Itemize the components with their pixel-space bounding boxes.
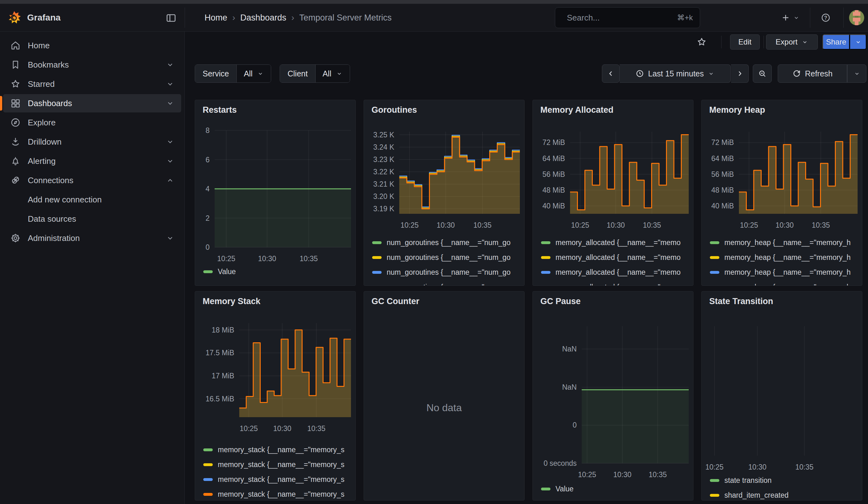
sidebar-item-alerting[interactable]: Alerting — [3, 152, 181, 170]
chevron-down-icon — [166, 61, 174, 69]
svg-text:3.19 K: 3.19 K — [373, 205, 394, 213]
legend-label: memory_stack {__name__="memory_s — [218, 460, 344, 469]
legend-swatch — [372, 256, 382, 259]
legend-item[interactable]: memory_allocated {__name__="memo — [541, 253, 681, 262]
svg-text:?: ? — [824, 15, 827, 21]
sidebar-item-starred[interactable]: Starred — [3, 75, 181, 93]
drilldown-icon — [10, 136, 21, 147]
sidebar-item-dashboards[interactable]: Dashboards — [3, 94, 181, 112]
chart-gc_counter[interactable] — [364, 291, 525, 501]
help-button[interactable]: ? — [817, 11, 834, 25]
sidebar-item-label: Administration — [28, 233, 80, 243]
legend-item[interactable]: memory_heap {__name__="memory_h — [710, 253, 851, 262]
chevron-up-icon — [166, 176, 174, 184]
legend-swatch — [203, 478, 213, 481]
legend-item[interactable]: memory_allocated {__name__="memo — [541, 283, 681, 286]
legend-swatch — [541, 487, 550, 491]
breadcrumb-home[interactable]: Home — [205, 13, 227, 23]
breadcrumb-separator: › — [232, 13, 235, 23]
refresh-interval-button[interactable] — [847, 64, 866, 83]
svg-text:64 MiB: 64 MiB — [711, 154, 734, 163]
sidebar-item-label: Add new connection — [28, 195, 102, 205]
search-box[interactable]: ⌘+k — [555, 7, 700, 28]
sidebar-item-administration[interactable]: Administration — [3, 229, 181, 247]
legend-label: memory_heap {__name__="memory_h — [724, 283, 851, 286]
legend-item[interactable]: num_goroutines {__name__="num_go — [372, 268, 510, 277]
chevron-down-icon — [336, 70, 343, 77]
time-range-picker[interactable]: Last 15 minutes — [620, 64, 731, 83]
new-menu-button[interactable] — [777, 11, 804, 25]
legend-item[interactable]: num_goroutines {__name__="num_go — [372, 283, 510, 286]
legend-swatch — [710, 494, 719, 497]
home-icon — [10, 40, 21, 51]
time-zoom-out-button[interactable] — [753, 64, 772, 83]
legend-item[interactable]: shard_item_created — [710, 491, 788, 500]
refresh-button[interactable]: Refresh — [778, 64, 847, 83]
avatar[interactable] — [849, 10, 864, 25]
sidebar-item-home[interactable]: Home — [3, 36, 181, 55]
legend-item[interactable]: memory_allocated {__name__="memo — [541, 238, 681, 247]
legend-item[interactable]: memory_heap {__name__="memory_h — [710, 238, 851, 247]
chevron-down-icon — [166, 157, 174, 165]
legend-item[interactable]: memory_allocated {__name__="memo — [541, 268, 681, 277]
legend-item[interactable]: memory_stack {__name__="memory_s — [203, 445, 344, 454]
legend-item[interactable]: Value — [203, 267, 236, 276]
refresh-label: Refresh — [805, 69, 833, 78]
filter-value-dropdown[interactable]: All — [315, 65, 350, 82]
sidebar-item-connections[interactable]: Connections — [3, 171, 181, 189]
sidebar-item-label: Drilldown — [28, 137, 62, 147]
panel-goroutines: Goroutines3.19 K3.20 K3.21 K3.22 K3.23 K… — [364, 100, 525, 286]
sidebar-item-label: Data sources — [28, 214, 76, 224]
chart-gc_pause[interactable]: 0 seconds0NaNNaN10:2510:3010:35 — [533, 291, 693, 501]
plus-icon — [781, 13, 790, 22]
sidebar-item-drilldown[interactable]: Drilldown — [3, 133, 181, 151]
svg-text:10:25: 10:25 — [705, 463, 724, 471]
breadcrumb: Home › Dashboards › Temporal Server Metr… — [205, 4, 392, 32]
filter-label: Service — [195, 65, 236, 82]
legend-label: Value — [556, 485, 574, 493]
legend-label: memory_heap {__name__="memory_h — [724, 268, 851, 277]
legend-item[interactable]: num_goroutines {__name__="num_go — [372, 238, 510, 247]
legend-label: memory_allocated {__name__="memo — [556, 283, 681, 286]
svg-text:10:30: 10:30 — [436, 221, 455, 229]
chart-memory_stack[interactable]: 16.5 MiB17 MiB17.5 MiB18 MiB10:2510:3010… — [195, 291, 356, 501]
sidebar-item-explore[interactable]: Explore — [3, 113, 181, 132]
legend-label: shard_item_created — [724, 491, 788, 500]
sidebar-toggle-icon[interactable] — [165, 12, 177, 24]
grafana-logo-icon[interactable] — [7, 10, 21, 25]
svg-text:0: 0 — [206, 243, 209, 251]
svg-text:10:25: 10:25 — [578, 471, 596, 479]
filter-value-dropdown[interactable]: All — [236, 65, 271, 82]
chart-state_transition[interactable]: 10:2510:3010:35 — [702, 291, 862, 501]
refresh-icon — [792, 69, 801, 78]
svg-text:10:35: 10:35 — [812, 221, 830, 229]
sidebar-item-data-sources[interactable]: Data sources — [3, 210, 181, 228]
sidebar-item-label: Explore — [28, 118, 55, 127]
svg-text:2: 2 — [206, 214, 209, 222]
svg-text:3.21 K: 3.21 K — [373, 180, 394, 188]
legend-swatch — [372, 271, 382, 274]
breadcrumb-dashboards[interactable]: Dashboards — [240, 13, 286, 23]
time-range-back-button[interactable] — [602, 64, 620, 83]
chart-restarts[interactable]: 0246810:2510:3010:35 — [195, 100, 356, 286]
svg-text:10:35: 10:35 — [307, 424, 326, 433]
svg-text:64 MiB: 64 MiB — [542, 154, 565, 163]
legend-item[interactable]: num_goroutines {__name__="num_go — [372, 253, 510, 262]
sidebar-item-bookmarks[interactable]: Bookmarks — [3, 55, 181, 74]
legend-item[interactable]: memory_stack {__name__="memory_s — [203, 490, 344, 498]
search-input[interactable] — [567, 13, 673, 23]
chevron-down-icon — [257, 70, 264, 77]
legend-item[interactable]: Value — [541, 485, 574, 493]
dashboards-grid-icon — [10, 98, 21, 109]
legend-item[interactable]: memory_heap {__name__="memory_h — [710, 283, 851, 286]
avatar-pixel-art — [849, 10, 864, 25]
bookmark-icon — [10, 59, 21, 70]
time-range-forward-button[interactable] — [731, 64, 749, 83]
time-range-label: Last 15 minutes — [648, 69, 704, 78]
sidebar-item-add-new-connection[interactable]: Add new connection — [3, 191, 181, 209]
legend-item[interactable]: state transition — [710, 476, 772, 485]
panel-gc_counter: GC CounterNo data — [364, 291, 525, 501]
legend-item[interactable]: memory_heap {__name__="memory_h — [710, 268, 851, 277]
legend-item[interactable]: memory_stack {__name__="memory_s — [203, 460, 344, 469]
legend-item[interactable]: memory_stack {__name__="memory_s — [203, 475, 344, 484]
